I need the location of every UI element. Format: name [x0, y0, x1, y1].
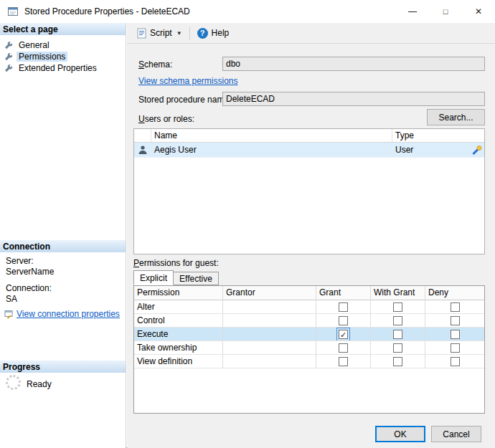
permission-cell: Alter [134, 300, 223, 314]
permission-row-view-definition[interactable]: View definition [134, 355, 484, 368]
sidebar-item-general[interactable]: General [0, 39, 126, 51]
permission-row-execute[interactable]: Execute ✓ [134, 328, 484, 341]
schema-label: Schema: [138, 59, 172, 70]
sidebar-item-label: Permissions [16, 52, 67, 62]
tab-explicit[interactable]: Explicit [133, 270, 174, 285]
script-icon [137, 28, 146, 39]
view-connection-properties-link[interactable]: View connection properties [16, 309, 120, 319]
dialog-icon [7, 6, 19, 17]
with-grant-checkbox[interactable] [393, 357, 402, 366]
permissions-tabs: Explicit Effective [133, 270, 218, 285]
progress-header: Progress [0, 361, 126, 373]
permission-row-alter[interactable]: Alter [134, 300, 484, 314]
sidebar-item-permissions[interactable]: Permissions [0, 51, 126, 62]
grant-checkbox[interactable] [339, 343, 348, 353]
page-icon [4, 41, 13, 49]
permissions-for-guest-label: Permissions for guest: [133, 258, 219, 268]
sidebar-item-label: Extended Properties [16, 63, 99, 73]
permission-cell: View definition [134, 355, 223, 368]
minimize-button[interactable]: — [396, 0, 429, 23]
tab-effective[interactable]: Effective [173, 272, 219, 285]
main-panel: Script ▼ ? Help Schema: View schema perm… [127, 23, 495, 448]
icon-column-header[interactable] [134, 129, 151, 142]
deny-checkbox[interactable] [451, 302, 460, 312]
maximize-button[interactable]: □ [429, 0, 462, 23]
script-label: Script [150, 28, 172, 38]
sidebar: Select a page General Permissions Extend… [0, 23, 126, 448]
grant-checkbox[interactable]: ✓ [339, 330, 348, 339]
deny-checkbox[interactable] [451, 357, 460, 366]
user-row[interactable]: Aegis User User [134, 143, 484, 158]
schema-input[interactable] [222, 57, 485, 71]
cancel-button[interactable]: Cancel [431, 426, 481, 442]
permissions-grid-header: Permission Grantor Grant With Grant Deny [134, 286, 484, 300]
user-type-cell: User [392, 145, 484, 155]
progress-status: Ready [27, 379, 52, 389]
stored-procedure-name-label: Stored procedure name: [138, 95, 231, 105]
titlebar: Stored Procedure Properties - DeleteECAD… [0, 0, 495, 23]
user-name-cell: Aegis User [151, 145, 392, 155]
permission-cell: Take ownership [134, 341, 223, 355]
connection-value: SA [6, 294, 17, 304]
with-grant-checkbox[interactable] [393, 343, 402, 353]
server-label: Server: [6, 256, 34, 266]
window-title: Stored Procedure Properties - DeleteECAD [24, 6, 190, 16]
toolbar-separator [189, 27, 190, 39]
connection-properties-icon [4, 310, 14, 319]
users-or-roles-label: Users or roles: [138, 114, 194, 124]
deny-checkbox[interactable] [451, 343, 460, 353]
permission-row-take-ownership[interactable]: Take ownership [134, 341, 484, 355]
permission-column-header[interactable]: Permission [134, 286, 223, 300]
with-grant-checkbox[interactable] [393, 302, 402, 312]
permissions-grid: Permission Grantor Grant With Grant Deny… [133, 285, 485, 414]
search-button[interactable]: Search... [427, 109, 485, 125]
ok-button[interactable]: OK [375, 426, 425, 442]
permission-cell: Control [134, 314, 223, 328]
grant-column-header[interactable]: Grant [316, 286, 371, 300]
grantor-cell[interactable] [223, 314, 316, 328]
page-icon [4, 64, 13, 72]
window-controls: — □ ✕ [396, 0, 495, 23]
toolbar: Script ▼ ? Help [127, 23, 495, 44]
chevron-down-icon[interactable]: ▼ [176, 30, 182, 37]
permission-row-control[interactable]: Control [134, 314, 484, 328]
stored-procedure-properties-dialog: Stored Procedure Properties - DeleteECAD… [0, 0, 495, 448]
close-button[interactable]: ✕ [462, 0, 495, 23]
sidebar-item-label: General [16, 40, 52, 50]
name-column-header[interactable]: Name [151, 129, 392, 142]
deny-checkbox[interactable] [451, 316, 460, 325]
type-column-header[interactable]: Type [392, 129, 484, 142]
page-icon [4, 52, 13, 61]
view-schema-permissions-link[interactable]: View schema permissions [138, 76, 238, 86]
deny-column-header[interactable]: Deny [425, 286, 484, 300]
server-value: ServerName [6, 267, 54, 277]
users-table-header: Name Type [134, 129, 484, 143]
grantor-cell[interactable] [223, 300, 316, 314]
progress-spinner-icon [6, 375, 21, 390]
grant-checkbox[interactable] [339, 316, 348, 325]
with-grant-checkbox[interactable] [393, 316, 402, 325]
users-or-roles-table: Name Type Aegis User User [133, 128, 485, 254]
select-a-page-header: Select a page [0, 23, 126, 35]
row-badge-icon [471, 145, 482, 156]
permission-cell: Execute [134, 328, 223, 341]
help-icon: ? [197, 28, 208, 39]
help-label: Help [212, 28, 230, 38]
grantor-cell[interactable] [223, 355, 316, 368]
with-grant-checkbox[interactable] [393, 330, 402, 339]
grant-checkbox[interactable] [339, 357, 348, 366]
help-button[interactable]: ? Help [194, 26, 233, 41]
with-grant-column-header[interactable]: With Grant [371, 286, 425, 300]
grantor-cell[interactable] [223, 328, 316, 341]
connection-header: Connection [0, 240, 126, 252]
deny-checkbox[interactable] [451, 330, 460, 339]
grantor-cell[interactable] [223, 341, 316, 355]
sidebar-item-extended-properties[interactable]: Extended Properties [0, 62, 126, 74]
script-button[interactable]: Script ▼ [133, 26, 186, 41]
connection-label: Connection: [6, 283, 52, 293]
grantor-column-header[interactable]: Grantor [223, 286, 316, 300]
grant-checkbox[interactable] [339, 302, 348, 312]
stored-procedure-name-input[interactable] [222, 92, 485, 106]
user-icon [134, 145, 151, 155]
